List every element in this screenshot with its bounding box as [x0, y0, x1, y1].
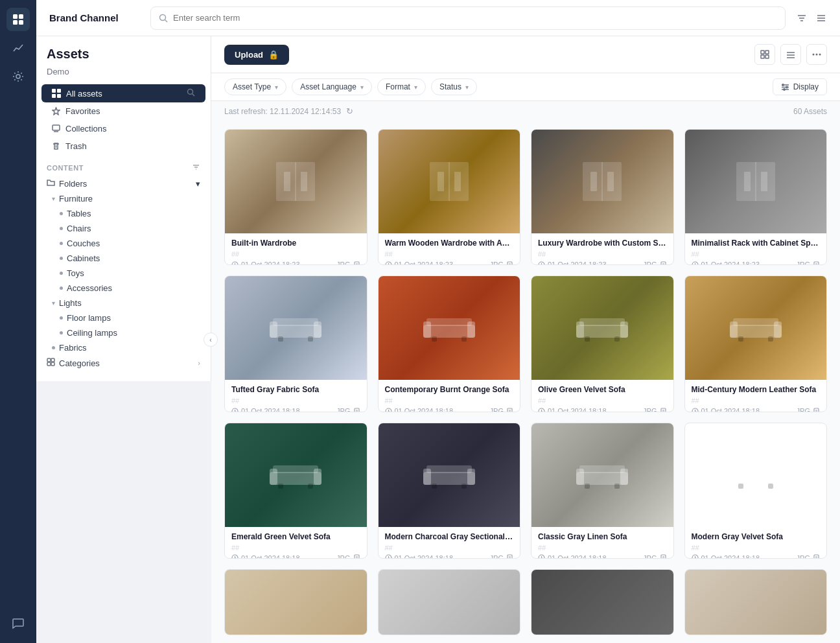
asset-hash: ## [231, 544, 360, 552]
asset-format: JPG [797, 554, 820, 559]
nav-label-favorites: Favorites [65, 106, 100, 116]
nav-item-favorites[interactable]: Favorites [41, 102, 205, 120]
tree-fabrics[interactable]: Fabrics [36, 340, 211, 355]
chevron-down-icon: ▾ [360, 84, 364, 91]
asset-card[interactable] [684, 569, 828, 635]
nav-search-icon[interactable] [187, 88, 195, 99]
asset-name: Modern Charcoal Gray Sectional Sofa [385, 532, 514, 541]
asset-format-label: JPG [643, 554, 657, 559]
tree-couches[interactable]: Couches [36, 236, 211, 251]
asset-date: 01 Oct 2024 18:18 [692, 407, 760, 412]
filter-icon[interactable] [192, 163, 200, 173]
asset-card[interactable]: Contemporary Burnt Orange Sofa ## 01 Oct… [378, 275, 521, 412]
svg-rect-2 [13, 20, 18, 25]
sidebar-icon-analytics[interactable] [6, 36, 30, 60]
asset-hash: ## [692, 397, 821, 404]
asset-card[interactable] [378, 569, 521, 635]
tree-categories[interactable]: Categories › [36, 355, 211, 371]
svg-rect-14 [57, 89, 61, 93]
asset-card[interactable]: Emerald Green Velvet Sofa ## 01 Oct 2024… [224, 423, 368, 559]
svg-point-4 [16, 75, 20, 78]
svg-rect-102 [585, 336, 590, 342]
asset-date: 01 Oct 2024 18:23 [538, 261, 607, 265]
tree-accessories[interactable]: Accessories [36, 281, 211, 296]
display-label: Display [793, 82, 819, 91]
asset-card[interactable]: Built-in Wardrobe ## 01 Oct 2024 18:23 J… [224, 129, 368, 265]
filter-format[interactable]: Format ▾ [377, 78, 426, 95]
asset-format: JPG [490, 407, 513, 412]
asset-date: 01 Oct 2024 18:18 [231, 554, 300, 559]
asset-card[interactable] [224, 569, 368, 635]
asset-name: Modern Gray Velvet Sofa [692, 532, 821, 541]
couches-label: Couches [67, 239, 100, 248]
tree-furniture[interactable]: ▾ Furniture [36, 191, 211, 206]
asset-name: Olive Green Velvet Sofa [538, 385, 667, 394]
svg-rect-0 [13, 14, 18, 19]
lock-icon: 🔒 [268, 50, 279, 60]
sidebar-icon-assets[interactable] [6, 8, 30, 31]
asset-date: 01 Oct 2024 18:18 [385, 554, 454, 559]
asset-info: Built-in Wardrobe ## 01 Oct 2024 18:23 J… [225, 233, 367, 265]
asset-date-text: 01 Oct 2024 18:18 [548, 407, 607, 412]
asset-card[interactable]: Luxury Wardrobe with Custom Shelving ## … [531, 129, 674, 265]
asset-format: JPG [643, 407, 666, 412]
filter-icon[interactable] [796, 12, 808, 24]
asset-card[interactable]: Modern Charcoal Gray Sectional Sofa ## 0… [378, 423, 521, 559]
sidebar-icon-chat[interactable] [6, 612, 30, 635]
asset-name: Warm Wooden Wardrobe with Accesso... [385, 239, 514, 248]
nav-item-all-assets[interactable]: All assets [41, 84, 205, 102]
asset-info: Tufted Gray Fabric Sofa ## 01 Oct 2024 1… [225, 380, 367, 412]
svg-point-5 [160, 14, 166, 20]
asset-card[interactable]: Warm Wooden Wardrobe with Accesso... ## … [378, 129, 521, 265]
upload-button[interactable]: Upload 🔒 [224, 45, 289, 65]
content-section-label: CONTENT [36, 155, 211, 176]
asset-date-text: 01 Oct 2024 18:18 [241, 407, 300, 412]
tree-tables[interactable]: Tables [36, 206, 211, 221]
asset-thumbnail [685, 276, 827, 380]
asset-card[interactable] [531, 569, 674, 635]
svg-point-45 [783, 88, 784, 89]
asset-card[interactable]: Tufted Gray Fabric Sofa ## 01 Oct 2024 1… [224, 275, 368, 412]
tree-chairs[interactable]: Chairs [36, 221, 211, 236]
tree-cabinets[interactable]: Cabinets [36, 251, 211, 266]
search-input[interactable] [173, 13, 777, 23]
more-options-button[interactable] [806, 44, 827, 65]
tree-toys[interactable]: Toys [36, 266, 211, 281]
asset-date: 01 Oct 2024 18:18 [231, 407, 300, 412]
tree-floor-lamps[interactable]: Floor lamps [36, 310, 211, 325]
svg-rect-83 [308, 336, 313, 342]
asset-hash: ## [385, 544, 514, 552]
categories-arrow[interactable]: › [198, 359, 200, 367]
nav-item-collections[interactable]: Collections [41, 120, 205, 137]
folders-chevron[interactable]: ▾ [196, 179, 200, 189]
nav-panel: Assets Demo All assets [36, 36, 211, 381]
sidebar-icon-settings[interactable] [6, 65, 30, 88]
list-view-button[interactable] [780, 44, 801, 65]
nav-item-trash[interactable]: Trash [41, 137, 205, 155]
refresh-icon[interactable]: ↻ [346, 106, 353, 116]
display-button[interactable]: Display [773, 78, 827, 95]
asset-card[interactable]: Modern Gray Velvet Sofa ## 01 Oct 2024 1… [684, 423, 828, 559]
collapse-nav-button[interactable]: ‹ [204, 333, 218, 347]
asset-card[interactable]: Minimalist Rack with Cabinet Space ## 01… [684, 129, 828, 265]
filter-status[interactable]: Status ▾ [431, 78, 477, 95]
asset-format-label: JPG [336, 554, 350, 559]
filter-asset-language[interactable]: Asset Language ▾ [292, 78, 372, 95]
tree-lights[interactable]: ▾ Lights [36, 296, 211, 310]
main-content: Upload 🔒 [211, 36, 840, 643]
svg-point-43 [782, 84, 783, 85]
grid-view-button[interactable] [754, 44, 775, 65]
asset-card[interactable]: Mid-Century Modern Leather Sofa ## 01 Oc… [684, 275, 828, 412]
asset-card[interactable]: Classic Gray Linen Sofa ## 01 Oct 2024 1… [531, 423, 674, 559]
svg-rect-82 [278, 336, 283, 342]
search-icon[interactable] [159, 14, 168, 23]
asset-card[interactable]: Olive Green Velvet Sofa ## 01 Oct 2024 1… [531, 275, 674, 412]
icon-sidebar [0, 0, 36, 643]
asset-thumbnail [685, 130, 827, 233]
svg-rect-92 [432, 336, 437, 342]
filter-asset-type[interactable]: Asset Type ▾ [224, 78, 286, 95]
asset-format-label: JPG [336, 407, 350, 412]
tree-ceiling-lamps[interactable]: Ceiling lamps [36, 325, 211, 340]
menu-icon[interactable] [815, 12, 827, 24]
tree-folders[interactable]: Folders ▾ [36, 176, 211, 191]
